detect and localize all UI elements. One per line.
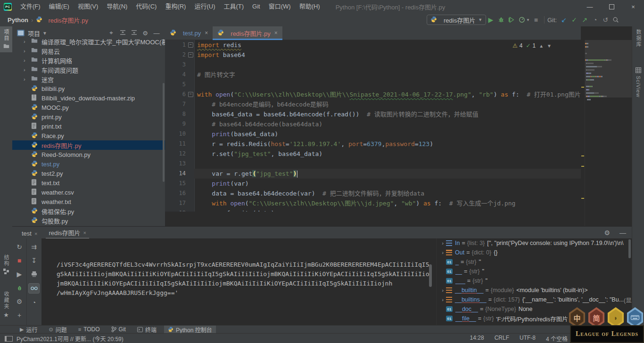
tree-expand-chevron-icon[interactable]: ›: [24, 76, 31, 82]
tree-item[interactable]: bilibili.py: [12, 84, 165, 93]
print-icon[interactable]: [29, 270, 39, 279]
tree-item[interactable]: weather.csv: [12, 188, 165, 197]
menu-item[interactable]: 工具(T): [219, 0, 248, 13]
code-minimap[interactable]: [585, 40, 632, 226]
close-icon[interactable]: ×: [274, 30, 278, 36]
toolwindow-button-python-控制台[interactable]: Python 控制台: [164, 326, 216, 334]
next-issue-icon[interactable]: ▼: [547, 43, 552, 49]
status-item[interactable]: 4 个空格: [546, 335, 568, 343]
status-message[interactable]: PyCharm2021.1可用 // 更新... (今天 20:59): [17, 335, 124, 343]
git-commit-button[interactable]: ✓: [569, 15, 579, 25]
console-output[interactable]: /iVSF3c4gREREREQTfdEL3cv4WvrrhSkAIsrpjT9…: [41, 238, 451, 326]
toolwindow-button-运行[interactable]: ▶运行: [16, 326, 41, 334]
debug-button[interactable]: [496, 15, 506, 25]
hide-panel-icon[interactable]: —: [152, 30, 161, 37]
variable-row[interactable]: ›__builtins__={dict: 157}{'__name__': 'b…: [437, 295, 632, 304]
prev-issue-icon[interactable]: ▲: [539, 43, 544, 49]
toolwindow-toggle-icon[interactable]: [5, 336, 13, 342]
tree-scrollbar[interactable]: [163, 83, 165, 182]
toolwindow-button-todo[interactable]: ≡TODO: [74, 326, 104, 334]
menu-item[interactable]: 重构(R): [161, 0, 190, 13]
tree-item[interactable]: weather.txt: [12, 197, 165, 206]
menu-item[interactable]: 视图(V): [74, 0, 102, 13]
tree-item[interactable]: 勾股数.py: [12, 216, 165, 225]
code-line[interactable]: 6−with open("C:\\Users\\zlh\\Desktop\\图片…: [165, 90, 581, 99]
run-config-selector[interactable]: redis存图片 ▼: [427, 15, 486, 25]
project-view-title[interactable]: 项目: [28, 29, 40, 38]
command-queue-icon[interactable]: ⇉: [29, 242, 39, 252]
tree-item[interactable]: Reed-Solomon.py: [12, 150, 165, 159]
git-push-button[interactable]: ↗: [579, 15, 590, 25]
chevron-down-icon[interactable]: ▼: [526, 18, 530, 22]
chevron-down-icon[interactable]: ▼: [42, 31, 47, 36]
close-icon[interactable]: ×: [34, 231, 37, 237]
tree-item[interactable]: test.py: [12, 159, 165, 169]
tree-item[interactable]: redis存图片.py: [12, 140, 165, 150]
sidebar-item-project[interactable]: 项目: [0, 26, 12, 52]
toolwindow-button-终端[interactable]: 终端: [133, 326, 160, 334]
code-line[interactable]: 12 r.set("jpg_test", base64_data): [165, 149, 581, 159]
fold-marker-icon[interactable]: −: [188, 42, 193, 48]
menu-item[interactable]: 文件(F): [16, 0, 45, 13]
profiler-button[interactable]: [517, 15, 527, 25]
tree-expand-chevron-icon[interactable]: ›: [24, 57, 31, 63]
menu-item[interactable]: 窗口(W): [264, 0, 295, 13]
close-icon[interactable]: ×: [83, 230, 86, 236]
expand-chevron-icon[interactable]: ›: [439, 287, 446, 293]
tree-item[interactable]: Race.py: [12, 131, 165, 140]
tree-item[interactable]: ›迷宫: [12, 74, 165, 84]
editor-tab[interactable]: test.py×: [165, 26, 213, 40]
hide-panel-icon[interactable]: —: [619, 229, 626, 237]
code-line[interactable]: 9 # base64.b64decode(base64data): [165, 119, 581, 129]
run-button[interactable]: ▶: [486, 15, 496, 25]
tree-expand-chevron-icon[interactable]: ›: [24, 48, 31, 54]
console-tab[interactable]: test×: [17, 229, 42, 238]
expand-chevron-icon[interactable]: ›: [439, 297, 446, 302]
code-line[interactable]: 3: [165, 60, 581, 70]
scroll-to-end-icon[interactable]: ↧: [29, 256, 39, 265]
fold-marker-icon[interactable]: −: [188, 92, 193, 97]
variable-row[interactable]: 01__={str}'': [437, 267, 632, 276]
warning-mark[interactable]: [581, 155, 584, 156]
console-tab[interactable]: redis存图片×: [44, 227, 91, 238]
tree-item[interactable]: 佛祖保佑.py: [12, 206, 165, 216]
warning-mark[interactable]: [581, 198, 584, 199]
variable-row[interactable]: ›Out={dict: 0}{}: [437, 248, 632, 257]
menu-item[interactable]: 导航(N): [102, 0, 132, 13]
menu-item[interactable]: Git: [248, 0, 264, 13]
git-update-button[interactable]: ↙: [559, 15, 569, 25]
code-line[interactable]: 14 var = r.get("jpg_test"): [165, 169, 581, 179]
code-line[interactable]: 13: [165, 159, 581, 169]
variable-row[interactable]: 01___={str}'': [437, 276, 632, 286]
new-console-icon[interactable]: +: [14, 310, 25, 320]
editor-error-stripe[interactable]: [581, 40, 585, 226]
restore-icon[interactable]: [601, 0, 622, 13]
status-item[interactable]: UTF-8: [520, 335, 536, 343]
toolwindow-button-问题[interactable]: ⊙问题: [45, 326, 70, 334]
tree-expand-chevron-icon[interactable]: ›: [24, 39, 31, 44]
tree-item[interactable]: ›编译原理_哈尔滨理工大学_中国大学MOOC(慕...: [12, 37, 165, 46]
code-line[interactable]: 17 with open("C:\\Users\\zlh\\Desktop\\图…: [165, 198, 581, 208]
sidebar-item-structure[interactable]: 结构: [0, 252, 12, 278]
tree-expand-chevron-icon[interactable]: ›: [24, 67, 31, 73]
stop-button[interactable]: ■: [531, 15, 541, 25]
tree-item[interactable]: MOOC.py: [12, 103, 165, 112]
menu-item[interactable]: 运行(U): [190, 0, 219, 13]
tree-item[interactable]: test2.py: [12, 169, 165, 178]
code-line[interactable]: 16 data = base64.b64decode(var) # 把二进制文件…: [165, 188, 581, 198]
warning-mark[interactable]: [581, 87, 584, 88]
code-line[interactable]: 2−import base64: [165, 50, 581, 60]
history-icon[interactable]: ◔: [29, 298, 39, 307]
gear-icon[interactable]: ⚙: [140, 30, 150, 37]
code-line[interactable]: 11 r = redis.Redis(host='121.89.197.4', …: [165, 139, 581, 149]
editor-tab[interactable]: redis存图片.py×: [213, 26, 282, 40]
gear-icon[interactable]: ⚙: [604, 229, 610, 237]
code-line[interactable]: 7 # b64encode是编码，b64decode是解码: [165, 99, 581, 109]
tree-item[interactable]: Bilibili_video_download-master.zip: [12, 93, 165, 103]
menu-item[interactable]: 帮助(H): [295, 0, 324, 13]
tree-item[interactable]: ›车间调度问题: [12, 65, 165, 74]
console-settings-icon[interactable]: ⚙: [14, 297, 25, 306]
execute-icon[interactable]: ▶: [14, 270, 25, 279]
breadcrumb-file[interactable]: redis存图片.py: [48, 16, 88, 24]
tree-item[interactable]: print.txt: [12, 122, 165, 131]
